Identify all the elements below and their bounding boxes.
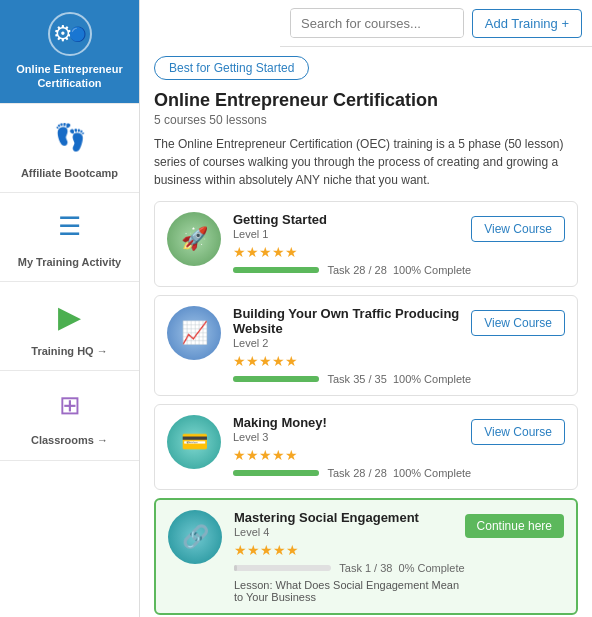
- sidebar-item-training-hq[interactable]: ▶ Training HQ →: [0, 282, 139, 371]
- sidebar-label-training: My Training Activity: [18, 255, 122, 269]
- course-stars: ★★★★★: [233, 244, 471, 260]
- task-info: Task 28 / 28 100% Complete: [327, 467, 471, 479]
- lesson-text: Lesson: What Does Social Engagement Mean…: [234, 579, 465, 603]
- star-filled: ★: [259, 353, 272, 369]
- course-thumbnail: 🚀: [167, 212, 221, 266]
- course-thumbnail: 📈: [167, 306, 221, 360]
- course-actions: View Course: [471, 415, 565, 445]
- star-filled: ★: [246, 447, 259, 463]
- course-actions: View Course: [471, 212, 565, 242]
- course-level: Level 4: [234, 526, 465, 538]
- star-filled: ★: [259, 244, 272, 260]
- badge-best-for-getting-started: Best for Getting Started: [154, 56, 309, 80]
- course-info: Mastering Social Engagement Level 4 ★★★★…: [234, 510, 465, 603]
- progress-bar-wrap: [233, 267, 319, 273]
- topbar: 🔍 Add Training +: [280, 0, 592, 47]
- sidebar-label-classrooms: Classrooms →: [31, 433, 108, 447]
- task-info: Task 35 / 35 100% Complete: [327, 373, 471, 385]
- view-course-button[interactable]: View Course: [471, 310, 565, 336]
- star-half: ★: [286, 542, 299, 558]
- thumb-icon: 🚀: [181, 226, 208, 252]
- sidebar-label-affiliate: Affiliate Bootcamp: [21, 166, 118, 180]
- thumb-icon: 🔗: [182, 524, 209, 550]
- sidebar-icon-hq: ▶: [48, 294, 92, 338]
- progress-row: Task 28 / 28 100% Complete: [233, 264, 471, 276]
- course-level: Level 1: [233, 228, 471, 240]
- course-meta: 5 courses 50 lessons: [154, 113, 578, 127]
- course-stars: ★★★★★: [233, 353, 471, 369]
- thumb-icon: 💳: [181, 429, 208, 455]
- progress-bar-wrap: [233, 376, 319, 382]
- course-card: 📈 Building Your Own Traffic Producing We…: [154, 295, 578, 396]
- star-filled: ★: [247, 542, 260, 558]
- course-info: Getting Started Level 1 ★★★★★ Task 28 / …: [233, 212, 471, 276]
- progress-bar-wrap: [234, 565, 331, 571]
- star-filled: ★: [260, 542, 273, 558]
- star-filled: ★: [233, 353, 246, 369]
- star-filled: ★: [246, 353, 259, 369]
- task-info: Task 28 / 28 100% Complete: [327, 264, 471, 276]
- course-level: Level 2: [233, 337, 471, 349]
- course-level: Level 3: [233, 431, 471, 443]
- course-title: Online Entrepreneur Certification: [154, 90, 578, 111]
- course-name: Building Your Own Traffic Producing Webs…: [233, 306, 471, 336]
- search-input[interactable]: [291, 10, 464, 37]
- main-content: Best for Getting Started Online Entrepre…: [140, 0, 592, 617]
- progress-bar: [233, 267, 319, 273]
- progress-row: Task 35 / 35 100% Complete: [233, 373, 471, 385]
- course-card: 🔗 Mastering Social Engagement Level 4 ★★…: [154, 498, 578, 615]
- sidebar-icon-classrooms: ⊞: [48, 383, 92, 427]
- star-filled: ★: [272, 353, 285, 369]
- star-filled: ★: [246, 244, 259, 260]
- thumb-icon: 📈: [181, 320, 208, 346]
- star-filled: ★: [234, 542, 247, 558]
- progress-bar-wrap: [233, 470, 319, 476]
- star-filled: ★: [259, 447, 272, 463]
- sidebar: ⚙ 🔵 Online Entrepreneur Certification 👣 …: [0, 0, 140, 617]
- star-filled: ★: [272, 447, 285, 463]
- sidebar-item-online-entrepreneur[interactable]: ⚙ 🔵 Online Entrepreneur Certification: [0, 0, 139, 104]
- sidebar-icon-affiliate: 👣: [48, 116, 92, 160]
- star-filled: ★: [233, 447, 246, 463]
- course-name: Getting Started: [233, 212, 471, 227]
- star-filled: ★: [285, 244, 298, 260]
- progress-bar: [234, 565, 237, 571]
- sidebar-icon-entrepreneur: ⚙ 🔵: [48, 12, 92, 56]
- star-filled: ★: [273, 542, 286, 558]
- course-description: The Online Entrepreneur Certification (O…: [154, 135, 578, 189]
- task-info: Task 1 / 38 0% Complete: [339, 562, 464, 574]
- view-course-button[interactable]: View Course: [471, 419, 565, 445]
- course-stars: ★★★★★: [234, 542, 465, 558]
- course-info: Building Your Own Traffic Producing Webs…: [233, 306, 471, 385]
- course-actions: Continue here: [465, 510, 564, 538]
- sidebar-item-my-training[interactable]: ☰ My Training Activity: [0, 193, 139, 282]
- course-card: 🚀 Getting Started Level 1 ★★★★★ Task 28 …: [154, 201, 578, 287]
- progress-row: Task 28 / 28 100% Complete: [233, 467, 471, 479]
- course-actions: View Course: [471, 306, 565, 336]
- add-training-button[interactable]: Add Training +: [472, 9, 582, 38]
- sidebar-icon-training: ☰: [48, 205, 92, 249]
- search-wrap: 🔍: [290, 8, 464, 38]
- sidebar-item-affiliate[interactable]: 👣 Affiliate Bootcamp: [0, 104, 139, 193]
- sidebar-item-classrooms[interactable]: ⊞ Classrooms →: [0, 371, 139, 460]
- course-name: Making Money!: [233, 415, 471, 430]
- sidebar-label-entrepreneur: Online Entrepreneur Certification: [8, 62, 131, 91]
- course-stars: ★★★★★: [233, 447, 471, 463]
- progress-bar: [233, 376, 319, 382]
- star-filled: ★: [285, 353, 298, 369]
- progress-row: Task 1 / 38 0% Complete: [234, 562, 465, 574]
- progress-bar: [233, 470, 319, 476]
- course-thumbnail: 🔗: [168, 510, 222, 564]
- course-card: 💳 Making Money! Level 3 ★★★★★ Task 28 / …: [154, 404, 578, 490]
- star-filled: ★: [233, 244, 246, 260]
- course-name: Mastering Social Engagement: [234, 510, 465, 525]
- sidebar-label-hq: Training HQ →: [31, 344, 107, 358]
- course-info: Making Money! Level 3 ★★★★★ Task 28 / 28…: [233, 415, 471, 479]
- star-filled: ★: [285, 447, 298, 463]
- course-list: 🚀 Getting Started Level 1 ★★★★★ Task 28 …: [154, 201, 578, 617]
- continue-button[interactable]: Continue here: [465, 514, 564, 538]
- course-thumbnail: 💳: [167, 415, 221, 469]
- view-course-button[interactable]: View Course: [471, 216, 565, 242]
- star-filled: ★: [272, 244, 285, 260]
